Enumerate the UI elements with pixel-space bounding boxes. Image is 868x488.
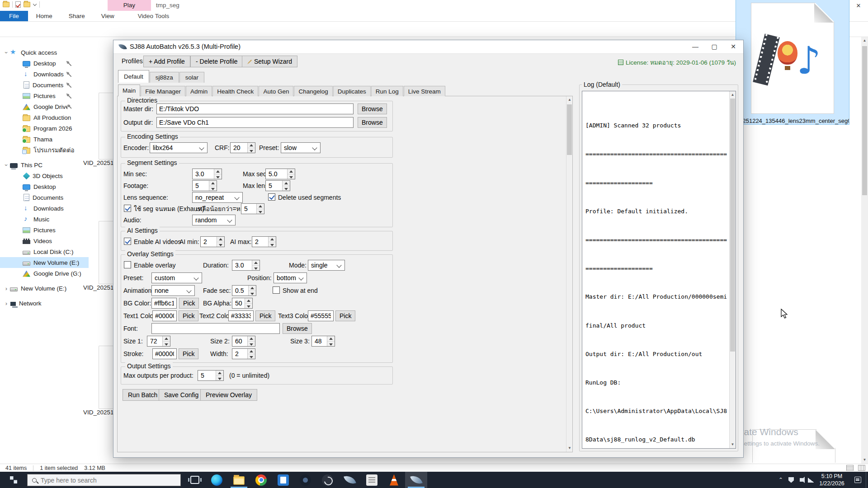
sidebar-item[interactable]: Pictures: [0, 90, 89, 101]
preset-select[interactable]: slow: [281, 142, 321, 153]
run-batch-button[interactable]: Run Batch: [123, 389, 163, 401]
sidebar-item[interactable]: โปรแกรมตัดต่อ: [0, 145, 89, 155]
min-sec-spinner[interactable]: 3.0: [192, 169, 222, 179]
partial-thumbnail[interactable]: [99, 221, 114, 284]
qat-properties-icon[interactable]: [15, 1, 21, 8]
stroke-pick-button[interactable]: Pick: [179, 348, 198, 359]
tray-chevron-icon[interactable]: ⌃: [775, 477, 786, 483]
stroke-input[interactable]: [152, 348, 177, 359]
crf-spinner[interactable]: 20: [230, 142, 255, 153]
contextual-group-play[interactable]: Play: [108, 0, 151, 11]
dialog-minimize-button[interactable]: —: [686, 40, 705, 53]
section-tab[interactable]: Changelog: [294, 86, 332, 96]
section-tab[interactable]: Auto Gen: [259, 86, 293, 96]
thumbnail-view-icon[interactable]: [858, 465, 865, 471]
tab-share[interactable]: Share: [61, 11, 93, 21]
encoder-select[interactable]: libx264: [150, 142, 208, 153]
expand-chevron-icon[interactable]: ›: [3, 49, 10, 56]
shield-icon[interactable]: [786, 472, 796, 488]
overlay-preset-select[interactable]: custom: [151, 272, 202, 283]
taskbar-app[interactable]: [272, 472, 294, 488]
sidebar-item[interactable]: Desktop: [0, 181, 89, 192]
sidebar-item[interactable]: › Network: [0, 298, 89, 309]
text1-color-input[interactable]: [152, 310, 177, 321]
stroke-width-spinner[interactable]: 2: [232, 348, 255, 359]
sidebar-item[interactable]: Desktop: [0, 58, 89, 69]
scroll-up-icon[interactable]: ▲: [566, 96, 573, 103]
sidebar-item[interactable]: Music: [0, 214, 89, 225]
scroll-up-icon[interactable]: ▲: [861, 37, 868, 44]
master-dir-input[interactable]: [156, 103, 354, 114]
mode-select[interactable]: single: [308, 260, 345, 271]
text3-pick-button[interactable]: Pick: [335, 310, 355, 321]
delete-profile-button[interactable]: - Delete Profile: [190, 56, 243, 67]
max-sec-spinner[interactable]: 5.0: [265, 169, 295, 179]
lens-sequence-select[interactable]: no_repeat: [192, 192, 243, 203]
scroll-up-icon[interactable]: ▲: [730, 91, 736, 99]
profile-tab[interactable]: solar: [179, 72, 204, 83]
scrollbar-thumb[interactable]: [730, 99, 735, 352]
text1-pick-button[interactable]: Pick: [179, 310, 198, 321]
file-item[interactable]: ♪ 20251224_135446_lens23mm_center_seg000…: [736, 0, 849, 124]
dialog-close-button[interactable]: ✕: [724, 40, 743, 53]
dialog-maximize-button[interactable]: ▢: [705, 40, 724, 53]
sidebar-item[interactable]: Local Disk (C:): [0, 246, 89, 257]
sidebar-item[interactable]: › New Volume (E:): [0, 283, 89, 294]
taskbar-app[interactable]: [206, 472, 228, 488]
taskbar-app[interactable]: [184, 472, 206, 488]
section-tab[interactable]: Health Check: [212, 86, 258, 96]
output-dir-input[interactable]: [156, 117, 354, 128]
sidebar-item[interactable]: Downloads: [0, 203, 89, 214]
profile-tab[interactable]: sj88za: [150, 72, 179, 83]
enable-overlay-checkbox[interactable]: [124, 261, 131, 268]
audio-select[interactable]: random: [192, 215, 236, 225]
setup-wizard-button[interactable]: Setup Wizard: [242, 56, 297, 67]
max-outputs-spinner[interactable]: 5: [198, 370, 224, 381]
qat-new-folder-icon[interactable]: [24, 2, 30, 7]
tab-video-tools[interactable]: Video Tools: [130, 11, 177, 21]
sidebar-item[interactable]: Documents: [0, 80, 89, 90]
form-scrollbar[interactable]: ▲ ▼: [566, 96, 572, 452]
duration-spinner[interactable]: 3.0: [232, 260, 260, 271]
fade-spinner[interactable]: 0.5: [232, 285, 256, 296]
sidebar-item[interactable]: Program 2026: [0, 123, 89, 134]
details-view-icon[interactable]: [846, 465, 854, 471]
file-label[interactable]: VID_202512: [83, 160, 113, 166]
enable-ai-checkbox[interactable]: [124, 238, 131, 245]
scroll-down-icon[interactable]: ▼: [566, 445, 573, 452]
max-lens-spinner[interactable]: 5: [265, 180, 290, 191]
taskbar-app[interactable]: [405, 472, 427, 488]
sidebar-item[interactable]: Thama: [0, 134, 89, 145]
taskbar-app[interactable]: [294, 472, 316, 488]
size2-spinner[interactable]: 60: [232, 336, 255, 347]
bg-color-input[interactable]: [151, 298, 177, 309]
sidebar-item[interactable]: 3D Objects: [0, 170, 89, 181]
action-center-button[interactable]: [849, 472, 866, 488]
bg-color-pick-button[interactable]: Pick: [179, 298, 199, 309]
partial-thumbnail[interactable]: [752, 429, 835, 463]
file-label[interactable]: VID_202512: [83, 284, 113, 291]
partial-thumbnail[interactable]: [99, 93, 114, 160]
taskbar-app[interactable]: [228, 472, 250, 488]
size3-spinner[interactable]: 48: [311, 336, 335, 347]
sidebar-item[interactable]: All Production: [0, 112, 89, 123]
section-tab[interactable]: File Manager: [141, 86, 185, 96]
clock[interactable]: 5:10 PM 1/22/2026: [816, 473, 849, 487]
scroll-down-icon[interactable]: ▼: [730, 441, 736, 448]
taskbar-app[interactable]: [250, 472, 272, 488]
sidebar-item[interactable]: › Quick access: [0, 47, 89, 58]
sidebar-item[interactable]: Pictures: [0, 225, 89, 235]
taskbar-search-input[interactable]: [41, 477, 167, 484]
ai-min-spinner[interactable]: 2: [200, 236, 225, 247]
taskbar-app[interactable]: [339, 472, 361, 488]
log-textarea[interactable]: [ADMIN] Scanned 32 products ============…: [582, 91, 736, 449]
size1-spinner[interactable]: 72: [147, 336, 170, 347]
font-browse-button[interactable]: Browse: [283, 323, 312, 334]
sidebar-item[interactable]: Downloads: [0, 69, 89, 80]
section-tab[interactable]: Main: [118, 84, 140, 96]
add-profile-button[interactable]: + Add Profile: [143, 56, 190, 67]
taskbar-app[interactable]: [383, 472, 405, 488]
profile-tab[interactable]: Default: [118, 70, 149, 83]
output-browse-button[interactable]: Browse: [358, 117, 387, 128]
qat-customize-icon[interactable]: [33, 3, 37, 6]
